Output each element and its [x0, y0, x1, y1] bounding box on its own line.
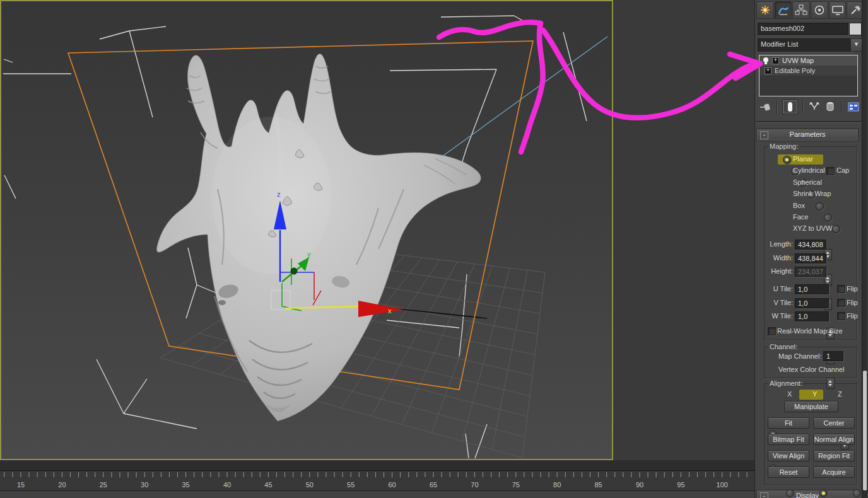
axis-label-y: y [307, 250, 311, 258]
make-unique-icon [809, 101, 821, 113]
timeline-frame-number: 65 [430, 481, 437, 489]
timeline-frame-number: 20 [58, 481, 66, 489]
expand-icon[interactable]: + [765, 67, 771, 74]
modifier-list-dropdown[interactable]: Modifier List [758, 38, 853, 52]
tile-field-w[interactable]: 1,0 [795, 311, 829, 321]
map-channel-field[interactable]: 1 [823, 351, 843, 361]
show-end-result-button[interactable] [781, 100, 799, 115]
mapping-radio-planar[interactable] [783, 156, 791, 164]
gizmo-x-arrow[interactable] [358, 301, 404, 317]
acquire-button[interactable]: Acquire [813, 466, 855, 478]
scrollbar-thumb[interactable] [863, 371, 867, 490]
dim-label: Width: [764, 254, 793, 262]
chevron-down-icon[interactable]: ▼ [850, 38, 862, 52]
timeline-trackbar[interactable]: 1520253035404550556065707580859095100 [0, 470, 754, 491]
dim-field-width[interactable]: 438,844 [795, 253, 826, 263]
collapse-icon[interactable]: - [760, 131, 768, 139]
dim-field-height[interactable]: 234,037 [795, 267, 826, 277]
panel-scrollbar[interactable] [862, 0, 867, 498]
center-button[interactable]: Center [813, 417, 855, 429]
tab-modify[interactable] [775, 1, 792, 19]
timeline-frame-number: 30 [141, 481, 148, 489]
map-channel-label: Map Channel: [778, 352, 822, 360]
panel-divider [756, 121, 865, 123]
object-color-swatch[interactable] [849, 23, 862, 35]
command-panel-tabs [756, 1, 865, 19]
timeline-frame-number: 45 [264, 481, 272, 489]
perspective-viewport[interactable]: z y x [0, 0, 613, 460]
pin-stack-button[interactable] [758, 101, 773, 114]
region-fit-button[interactable]: Region Fit [813, 450, 855, 461]
modifier-stack-row[interactable]: +Editable Poly [760, 66, 857, 76]
axis-label-z: z [277, 190, 281, 198]
flip-checkbox[interactable] [837, 312, 845, 320]
tab-create[interactable] [756, 1, 774, 19]
modifier-stack-row[interactable]: +UVW Map [760, 55, 857, 66]
tile-field-v[interactable]: 1,0 [795, 298, 829, 308]
dim-field-length[interactable]: 434,808 [795, 240, 826, 250]
modifier-stack-toolbar [758, 98, 864, 116]
cap-checkbox[interactable] [826, 167, 835, 175]
mapping-option-label: Face [793, 213, 808, 221]
show-end-result-icon [783, 100, 797, 113]
mapping-radio-box[interactable] [816, 202, 824, 211]
modify-icon [777, 4, 790, 16]
real-world-label: Real-World Map Size [777, 327, 843, 335]
mapping-option-label: Box [793, 202, 805, 209]
parameters-rollout-header[interactable]: - Parameters [757, 129, 858, 141]
command-panel: basemesh002 Modifier List ▼ +UVW Map+Edi… [754, 0, 868, 498]
timeline-frame-number: 60 [388, 481, 396, 489]
display-rollout-header[interactable]: - Display [757, 490, 858, 498]
make-unique-button[interactable] [807, 101, 823, 114]
timeline-frame-number: 100 [717, 481, 728, 489]
mapping-option-label: Planar [793, 155, 813, 163]
tab-motion[interactable] [811, 1, 828, 19]
tab-display[interactable] [829, 1, 847, 19]
mapping-radio-face[interactable] [824, 214, 832, 222]
real-world-checkbox[interactable] [768, 327, 776, 335]
viewport-scene: z y x [1, 1, 612, 459]
view-align-button[interactable]: View Align [768, 450, 809, 461]
manipulate-button[interactable]: Manipulate [784, 401, 838, 412]
flip-label: Flip [847, 285, 858, 292]
rollout-title: Parameters [790, 130, 826, 138]
channel-legend: Channel: [768, 343, 799, 350]
mapping-legend: Mapping: [768, 142, 800, 150]
reset-button[interactable]: Reset [768, 466, 809, 478]
bitmap-fit-button[interactable]: Bitmap Fit [768, 434, 809, 445]
tab-hierarchy[interactable] [792, 1, 810, 19]
align-radio-y[interactable] [819, 489, 828, 497]
flip-checkbox[interactable] [837, 299, 845, 307]
timeline-frame-number: 50 [306, 481, 314, 489]
hierarchy-icon [795, 4, 807, 16]
timeline-frame-number: 75 [512, 481, 520, 489]
object-name-field[interactable]: basemesh002 [758, 23, 848, 35]
align-radio-x[interactable] [786, 489, 794, 497]
tile-label: W Tile: [764, 312, 793, 320]
timeline-frame-number: 40 [223, 481, 231, 489]
modifier-name: UVW Map [782, 57, 814, 64]
highlight-marker [799, 390, 823, 400]
configure-modifier-sets-button[interactable] [846, 101, 862, 114]
screen: { "command_panel": { "tabs": [ {"icon": … [0, 0, 868, 498]
flip-label: Flip [847, 299, 858, 306]
collapse-icon[interactable]: - [760, 492, 768, 498]
remove-modifier-button[interactable] [823, 101, 838, 114]
visibility-bulb-icon[interactable] [762, 57, 770, 65]
align-radio-z[interactable] [853, 489, 861, 497]
fit-button[interactable]: Fit [768, 417, 809, 429]
expand-icon[interactable]: + [772, 57, 779, 64]
align-axis-label: X [787, 390, 792, 398]
tile-field-u[interactable]: 1,0 [795, 284, 829, 294]
tile-label: V Tile: [764, 299, 793, 306]
creature-head-mesh[interactable] [156, 54, 481, 421]
flip-checkbox[interactable] [837, 285, 845, 293]
modifier-stack[interactable]: +UVW Map+Editable Poly [759, 55, 858, 96]
normal-align-button[interactable]: Normal Align [813, 434, 855, 445]
timeline-frame-number: 80 [553, 481, 561, 489]
tile-field-w-spinner[interactable] [826, 378, 835, 389]
mapping-option-label: Cylindrical [793, 166, 825, 174]
vertex-color-label: Vertex Color Channel [778, 366, 845, 373]
timeline-frame-number: 25 [100, 481, 107, 489]
alignment-legend: Alignment: [768, 379, 804, 387]
